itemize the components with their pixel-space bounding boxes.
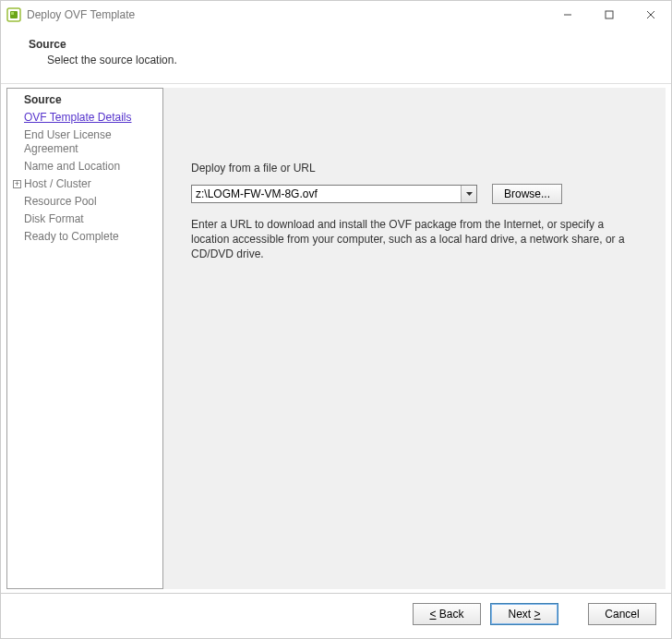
window-controls: [546, 1, 671, 29]
page-subtitle: Select the source location.: [29, 54, 653, 66]
browse-button[interactable]: Browse...: [492, 184, 562, 204]
maximize-button[interactable]: [588, 1, 630, 29]
wizard-body: Source OVF Template Details End User Lic…: [6, 88, 666, 589]
plus-icon[interactable]: +: [13, 180, 21, 188]
steps-sidebar: Source OVF Template Details End User Lic…: [6, 88, 163, 589]
app-icon: [6, 7, 21, 22]
dropdown-button[interactable]: [461, 186, 476, 202]
svg-rect-4: [606, 11, 613, 18]
step-host-cluster-label: Host / Cluster: [24, 177, 91, 191]
step-disk-format: Disk Format: [13, 211, 157, 227]
source-input[interactable]: [192, 186, 461, 202]
wizard-header: Source Select the source location.: [1, 29, 671, 84]
next-button[interactable]: Next >: [490, 603, 558, 625]
svg-marker-7: [466, 192, 473, 196]
step-resource-pool: Resource Pool: [13, 194, 157, 210]
step-ready-complete: Ready to Complete: [13, 229, 157, 245]
wizard-footer: < Back Next > Cancel: [1, 593, 671, 638]
field-label: Deploy from a file or URL: [191, 162, 647, 175]
main-panel: Deploy from a file or URL Browse... Ente…: [163, 88, 666, 589]
source-combo[interactable]: [191, 185, 477, 203]
step-source[interactable]: Source: [13, 92, 157, 108]
step-name-location: Name and Location: [13, 159, 157, 175]
step-host-cluster[interactable]: + Host / Cluster: [13, 176, 157, 192]
minimize-button[interactable]: [546, 1, 588, 29]
back-button[interactable]: < Back: [413, 603, 481, 625]
page-title: Source: [29, 38, 653, 51]
close-button[interactable]: [630, 1, 671, 29]
input-row: Browse...: [191, 184, 647, 204]
next-label: Next: [508, 608, 534, 621]
help-text: Enter a URL to download and install the …: [191, 217, 625, 262]
wizard-window: Deploy OVF Template Source Select the so…: [0, 0, 672, 639]
back-label: Back: [439, 608, 464, 621]
step-ovf-template-details[interactable]: OVF Template Details: [13, 110, 157, 126]
svg-rect-2: [11, 12, 14, 15]
window-title: Deploy OVF Template: [27, 8, 546, 21]
titlebar: Deploy OVF Template: [1, 1, 671, 29]
step-eula: End User License Agreement: [13, 127, 157, 157]
cancel-button[interactable]: Cancel: [588, 603, 656, 625]
